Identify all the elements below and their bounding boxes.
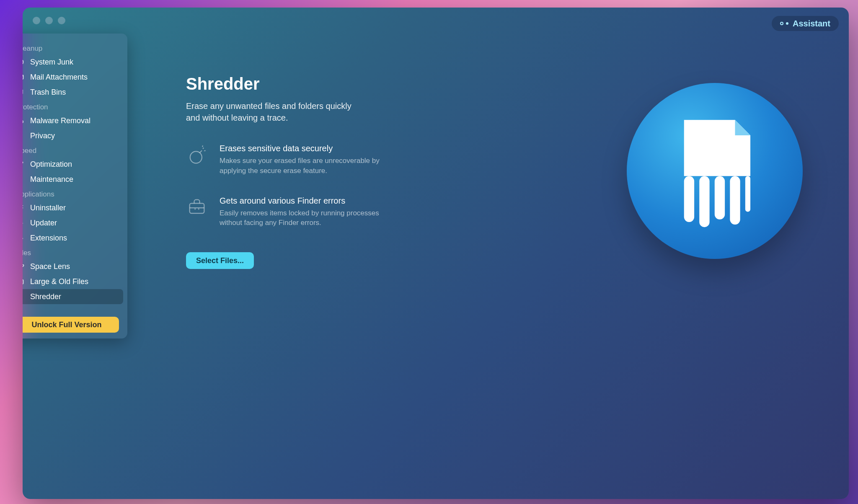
shredder-icon (23, 292, 24, 301)
svg-rect-16 (699, 176, 709, 227)
sidebar-item-label: Optimization (30, 160, 72, 169)
sidebar-section-cleanup: Cleanup (23, 41, 123, 54)
sidebar-item-label: Privacy (30, 132, 55, 140)
close-window-button[interactable] (33, 17, 40, 24)
svg-point-7 (23, 121, 23, 123)
toolbox-icon (186, 196, 208, 218)
sidebar-item-large-old-files[interactable]: Large & Old Files (23, 274, 123, 289)
sidebar-item-malware-removal[interactable]: Malware Removal (23, 113, 123, 128)
shredded-file-icon (664, 110, 766, 232)
sidebar-section-speed: Speed (23, 143, 123, 157)
sidebar-item-system-junk[interactable]: System Junk (23, 54, 123, 70)
sidebar-item-maintenance[interactable]: Maintenance (23, 172, 123, 187)
puzzle-icon (23, 234, 24, 242)
sidebar-item-label: Space Lens (30, 262, 70, 271)
feature-finder-errors: Gets around various Finder errors Easily… (186, 196, 387, 228)
svg-point-12 (23, 264, 24, 269)
sidebar-item-extensions[interactable]: Extensions (23, 230, 123, 246)
update-icon (23, 219, 24, 227)
svg-rect-19 (745, 176, 750, 212)
app-window: Assistant Cleanup System Junk Mail Attac… (23, 8, 849, 499)
sidebar-item-space-lens[interactable]: Space Lens (23, 259, 123, 274)
svg-point-10 (23, 162, 23, 163)
sidebar-section-files: Files (23, 246, 123, 259)
sidebar-item-updater[interactable]: Updater (23, 215, 123, 230)
unlock-full-version-button[interactable]: Unlock Full Version (23, 317, 119, 333)
select-files-button[interactable]: Select Files... (186, 252, 254, 269)
sidebar-item-trash-bins[interactable]: Trash Bins (23, 85, 123, 100)
feature-description: Easily removes items locked by running p… (220, 208, 387, 228)
sidebar-item-uninstaller[interactable]: Uninstaller (23, 200, 123, 215)
uninstall-icon (23, 204, 24, 212)
hand-icon (23, 132, 24, 140)
sidebar-item-shredder[interactable]: Shredder (23, 289, 123, 304)
maximize-window-button[interactable] (58, 17, 65, 24)
bomb-icon (186, 144, 208, 165)
sidebar-item-label: Updater (30, 219, 57, 227)
sidebar-item-label: Trash Bins (30, 88, 66, 97)
folder-icon (23, 277, 24, 286)
sidebar: Cleanup System Junk Mail Attachments Tra… (23, 34, 127, 339)
assistant-button[interactable]: Assistant (772, 16, 839, 31)
shredder-illustration (627, 83, 803, 259)
sidebar-section-protection: Protection (23, 100, 123, 113)
sidebar-item-label: Shredder (30, 292, 61, 301)
feature-secure-erase: Erases sensitive data securely Makes sur… (186, 144, 387, 176)
svg-point-13 (190, 151, 202, 163)
minimize-window-button[interactable] (45, 17, 53, 24)
sidebar-item-mail-attachments[interactable]: Mail Attachments (23, 70, 123, 85)
sidebar-item-privacy[interactable]: Privacy (23, 128, 123, 143)
sidebar-item-label: Malware Removal (30, 116, 90, 125)
svg-rect-18 (730, 176, 740, 225)
planet-icon (23, 262, 24, 271)
sidebar-section-applications: Applications (23, 187, 123, 200)
biohazard-icon (23, 116, 24, 125)
page-subtitle: Erase any unwanted files and folders qui… (186, 100, 362, 124)
sidebar-item-label: Mail Attachments (30, 73, 88, 82)
svg-rect-15 (684, 176, 694, 222)
sidebar-item-label: Uninstaller (30, 204, 66, 212)
wrench-icon (23, 175, 24, 184)
assistant-indicator-icon (780, 22, 788, 25)
trash-icon (23, 88, 24, 96)
sidebar-item-label: Maintenance (30, 175, 73, 184)
feature-title: Gets around various Finder errors (220, 196, 387, 206)
disk-icon (23, 58, 24, 66)
svg-point-0 (23, 59, 23, 65)
feature-description: Makes sure your erased files are unrecov… (220, 156, 387, 176)
sidebar-item-optimization[interactable]: Optimization (23, 157, 123, 172)
mail-icon (23, 73, 24, 81)
assistant-label: Assistant (793, 19, 830, 28)
unlock-label: Unlock Full Version (31, 320, 101, 329)
sidebar-item-label: System Junk (30, 58, 73, 67)
select-files-label: Select Files... (196, 256, 244, 265)
window-controls (33, 17, 65, 24)
svg-rect-17 (715, 176, 725, 220)
sidebar-item-label: Extensions (30, 234, 67, 243)
sliders-icon (23, 160, 24, 168)
feature-title: Erases sensitive data securely (220, 144, 387, 153)
sidebar-item-label: Large & Old Files (30, 277, 88, 286)
